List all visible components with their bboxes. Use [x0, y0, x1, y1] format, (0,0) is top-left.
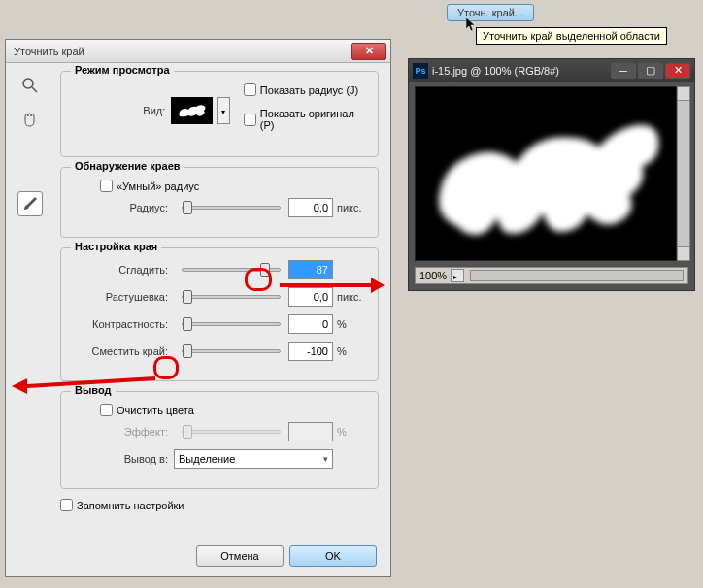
amount-label: Эффект: — [71, 426, 168, 438]
image-statusbar: 100% ▸ — [415, 267, 688, 284]
radius-slider[interactable] — [182, 206, 281, 210]
image-window-title: i-15.jpg @ 100% (RGB/8#) — [432, 65, 611, 77]
svg-point-0 — [23, 79, 33, 88]
close-button[interactable]: ✕ — [665, 63, 690, 79]
vertical-scrollbar[interactable] — [677, 86, 690, 261]
view-mode-swatch[interactable] — [171, 97, 213, 124]
show-radius-checkbox[interactable] — [244, 83, 256, 96]
ok-label: OK — [325, 550, 341, 562]
scroll-up-icon[interactable] — [678, 87, 689, 101]
svg-marker-5 — [12, 378, 27, 394]
close-icon: ✕ — [365, 45, 374, 57]
show-radius-label: Показать радиус (J) — [260, 84, 358, 96]
brush-icon — [21, 195, 39, 212]
image-window-titlebar[interactable]: Ps i-15.jpg @ 100% (RGB/8#) ─ ▢ ✕ — [409, 59, 694, 82]
shift-edge-unit: % — [337, 345, 368, 357]
refine-edge-toolbar-button[interactable]: Уточн. край... — [447, 4, 534, 21]
silhouette-icon — [175, 101, 210, 120]
amount-unit: % — [337, 426, 368, 438]
output-to-select[interactable]: Выделение ▾ — [174, 449, 333, 469]
contrast-label: Контрастность: — [71, 318, 168, 330]
doc-info-button[interactable]: ▸ — [451, 269, 464, 282]
svg-marker-3 — [371, 278, 385, 293]
shift-edge-label: Сместить край: — [71, 345, 168, 357]
view-label: Вид: — [71, 105, 165, 116]
contrast-unit: % — [337, 318, 368, 330]
output-to-value: Выделение — [179, 453, 235, 465]
output-to-label: Вывод в: — [71, 453, 168, 465]
contrast-input[interactable] — [288, 314, 333, 334]
chevron-down-icon: ▾ — [221, 108, 225, 116]
smart-radius-label: «Умный» радиус — [117, 180, 199, 192]
zoom-level[interactable]: 100% — [419, 270, 447, 281]
contrast-slider-thumb[interactable] — [183, 317, 192, 331]
maximize-icon: ▢ — [646, 64, 655, 77]
annotation-arrow-right — [278, 276, 385, 301]
maximize-button[interactable]: ▢ — [638, 63, 663, 79]
scroll-down-icon[interactable] — [678, 246, 689, 260]
show-original-label: Показать оригинал (P) — [260, 108, 368, 131]
minimize-icon: ─ — [619, 65, 627, 77]
ok-button[interactable]: OK — [289, 545, 377, 567]
smooth-label: Сгладить: — [71, 264, 168, 276]
minimize-button[interactable]: ─ — [611, 63, 636, 79]
chevron-down-icon: ▾ — [323, 454, 328, 464]
shift-edge-slider-thumb[interactable] — [183, 344, 192, 358]
amount-slider — [182, 430, 281, 434]
selection-preview — [416, 87, 676, 261]
smart-radius-checkbox[interactable] — [100, 180, 113, 192]
view-mode-dropdown-button[interactable]: ▾ — [217, 97, 230, 124]
radius-slider-thumb[interactable] — [183, 201, 192, 214]
cursor-icon — [466, 17, 478, 33]
chevron-right-icon: ▸ — [452, 273, 457, 281]
annotation-circle — [245, 268, 272, 291]
refine-edge-dialog: Уточнить край ✕ Режим просмотра Вид: — [5, 39, 391, 577]
amount-input — [288, 422, 333, 441]
decontaminate-label: Очистить цвета — [117, 405, 194, 416]
cancel-label: Отмена — [220, 550, 258, 562]
output-group: Вывод Очистить цвета Эффект: % Вывод в: … — [60, 391, 379, 489]
dialog-close-button[interactable]: ✕ — [352, 43, 386, 60]
edge-detection-group: Обнаружение краев «Умный» радиус Радиус:… — [60, 167, 379, 238]
show-original-checkbox[interactable] — [244, 114, 256, 126]
horizontal-scrollbar[interactable] — [470, 270, 684, 281]
remember-settings-checkbox[interactable] — [60, 499, 73, 511]
image-window: Ps i-15.jpg @ 100% (RGB/8#) ─ ▢ ✕ 100% ▸ — [408, 58, 695, 291]
hand-tool-button[interactable] — [17, 108, 43, 133]
decontaminate-checkbox[interactable] — [100, 404, 113, 416]
annotation-arrow-left — [12, 376, 157, 396]
zoom-tool-button[interactable] — [17, 73, 43, 98]
amount-slider-thumb — [183, 425, 192, 439]
view-mode-group: Режим просмотра Вид: ▾ Показать радиус (… — [60, 71, 379, 157]
canvas[interactable] — [415, 86, 677, 261]
radius-unit: пикс. — [337, 202, 368, 213]
adjust-edge-title: Настройка края — [71, 241, 161, 252]
hand-icon — [21, 112, 39, 129]
refine-radius-tool-button[interactable] — [17, 191, 43, 216]
dialog-title: Уточнить край — [14, 46, 352, 57]
feather-slider[interactable] — [182, 295, 281, 299]
cancel-button[interactable]: Отмена — [196, 545, 284, 567]
svg-line-1 — [32, 87, 37, 92]
edge-detection-title: Обнаружение краев — [71, 160, 184, 172]
close-icon: ✕ — [674, 64, 683, 77]
feather-slider-thumb[interactable] — [183, 290, 192, 304]
dialog-titlebar[interactable]: Уточнить край ✕ — [6, 40, 390, 63]
shift-edge-slider[interactable] — [182, 349, 281, 353]
contrast-slider[interactable] — [182, 322, 281, 326]
shift-edge-input[interactable] — [288, 342, 333, 361]
feather-label: Растушевка: — [71, 291, 168, 303]
svg-line-4 — [27, 378, 155, 386]
remember-settings-label: Запомнить настройки — [77, 500, 184, 511]
radius-input[interactable] — [288, 198, 333, 217]
photoshop-icon: Ps — [413, 63, 428, 79]
tooltip: Уточнить край выделенной области — [476, 27, 667, 45]
magnifier-icon — [21, 77, 39, 94]
adjust-edge-group: Настройка края Сгладить: Растушевка: пик… — [60, 247, 379, 381]
radius-label: Радиус: — [71, 202, 168, 213]
view-mode-title: Режим просмотра — [71, 64, 174, 76]
